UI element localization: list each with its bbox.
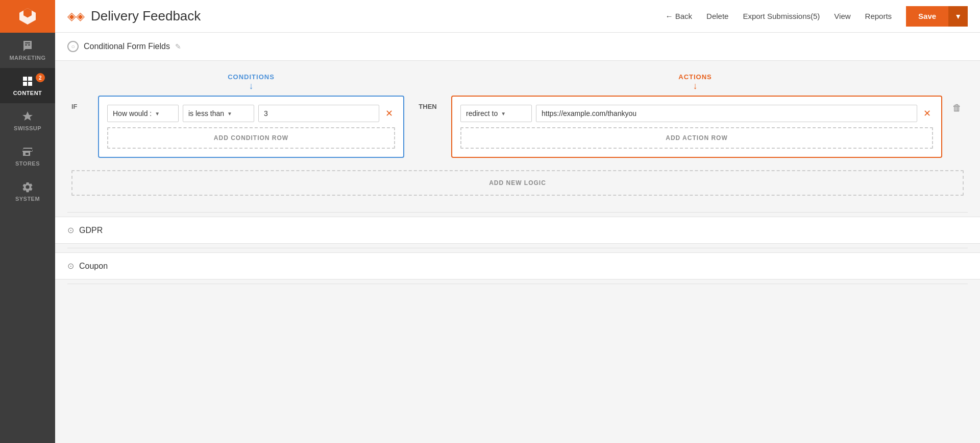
add-new-logic-section: ADD NEW LOGIC <box>71 170 964 196</box>
add-condition-row-button[interactable]: ADD CONDITION ROW <box>107 127 395 149</box>
condition-operator-dropdown[interactable]: is less than ▼ <box>183 105 254 122</box>
sidebar-item-stores[interactable]: STORES <box>0 138 55 174</box>
actions-header: ACTIONS ↓ <box>451 73 939 91</box>
back-button[interactable]: ← Back <box>666 12 693 20</box>
section-edit-icon[interactable]: ✎ <box>175 42 181 51</box>
section-toggle-button[interactable]: ○ <box>67 41 79 52</box>
conditions-arrow: ↓ <box>98 81 404 91</box>
conditional-form-fields-section: ○ Conditional Form Fields ✎ <box>55 33 980 61</box>
main-container: ◈◈ Delivery Feedback ← Back Delete Expor… <box>55 0 980 443</box>
sidebar-logo[interactable] <box>0 0 55 33</box>
logic-column-headers: CONDITIONS ↓ ACTIONS ↓ <box>71 73 964 91</box>
then-label: THEN <box>412 96 443 110</box>
header-actions: ← Back Delete Export Submissions(5) View… <box>666 6 968 27</box>
action-type-arrow: ▼ <box>501 111 506 116</box>
reports-button[interactable]: Reports <box>865 12 892 20</box>
conditions-title: CONDITIONS <box>98 73 404 81</box>
add-new-logic-button[interactable]: ADD NEW LOGIC <box>71 170 964 196</box>
condition-operator-arrow: ▼ <box>227 111 232 116</box>
view-button[interactable]: View <box>834 12 850 20</box>
sidebar-item-stores-label: STORES <box>15 160 40 167</box>
condition-value-input[interactable] <box>258 105 379 122</box>
sidebar-item-swissup-label: SWISSUP <box>14 125 41 131</box>
action-type-dropdown[interactable]: redirect to ▼ <box>460 105 532 122</box>
divider-2 <box>67 248 968 248</box>
gdpr-title: GDPR <box>79 226 103 235</box>
divider-1 <box>67 212 968 213</box>
sidebar-item-content-label: CONTENT <box>13 90 42 96</box>
sidebar-item-marketing-label: MARKETING <box>9 55 45 61</box>
if-label: IF <box>71 96 90 110</box>
actions-block: redirect to ▼ ✕ ADD ACTION ROW <box>451 96 942 158</box>
save-button-group: Save ▼ <box>906 6 968 27</box>
delete-logic-button[interactable]: 🗑 <box>950 101 964 115</box>
condition-field-dropdown[interactable]: How would : ▼ <box>107 105 179 122</box>
save-dropdown-button[interactable]: ▼ <box>948 6 968 27</box>
logic-row-1: IF How would : ▼ is less than ▼ ✕ <box>71 96 964 158</box>
sidebar-item-marketing[interactable]: MARKETING <box>0 33 55 68</box>
action-value-input[interactable] <box>536 105 917 122</box>
save-button[interactable]: Save <box>906 6 948 27</box>
actions-arrow: ↓ <box>451 81 939 91</box>
condition-field-value: How would : <box>113 109 152 118</box>
action-type-value: redirect to <box>466 109 498 118</box>
breadcrumb-icon: ◈◈ <box>67 10 85 23</box>
condition-row-1: How would : ▼ is less than ▼ ✕ <box>107 105 395 122</box>
gdpr-chevron-icon: ⊙ <box>67 225 74 235</box>
logic-builder: CONDITIONS ↓ ACTIONS ↓ IF How would : <box>55 61 980 208</box>
action-row-1: redirect to ▼ ✕ <box>460 105 933 122</box>
add-action-row-button[interactable]: ADD ACTION ROW <box>460 127 933 149</box>
conditions-block: How would : ▼ is less than ▼ ✕ ADD CONDI… <box>98 96 404 158</box>
coupon-title: Coupon <box>79 262 108 271</box>
divider-3 <box>67 284 968 284</box>
export-button[interactable]: Export Submissions(5) <box>743 12 820 20</box>
conditions-header: CONDITIONS ↓ <box>98 73 404 91</box>
condition-operator-value: is less than <box>188 109 224 118</box>
content-badge: 2 <box>36 73 45 82</box>
page-header: ◈◈ Delivery Feedback ← Back Delete Expor… <box>55 0 980 33</box>
actions-title: ACTIONS <box>451 73 939 81</box>
gdpr-section[interactable]: ⊙ GDPR <box>55 217 980 244</box>
page-title: Delivery Feedback <box>91 8 201 24</box>
sidebar-item-system[interactable]: SYSTEM <box>0 174 55 209</box>
header-title-group: ◈◈ Delivery Feedback <box>67 8 201 24</box>
sidebar: MARKETING CONTENT 2 SWISSUP STORES SYSTE… <box>0 0 55 443</box>
condition-field-arrow: ▼ <box>155 111 160 116</box>
sidebar-item-content[interactable]: CONTENT 2 <box>0 68 55 103</box>
remove-condition-button[interactable]: ✕ <box>383 107 395 120</box>
remove-action-button[interactable]: ✕ <box>921 107 933 120</box>
delete-button[interactable]: Delete <box>706 12 728 20</box>
page-content: ○ Conditional Form Fields ✎ CONDITIONS ↓… <box>55 33 980 443</box>
sidebar-item-system-label: SYSTEM <box>15 196 40 202</box>
coupon-section[interactable]: ⊙ Coupon <box>55 252 980 279</box>
sidebar-item-swissup[interactable]: SWISSUP <box>0 103 55 138</box>
coupon-chevron-icon: ⊙ <box>67 261 74 271</box>
section-title: Conditional Form Fields <box>84 42 170 51</box>
